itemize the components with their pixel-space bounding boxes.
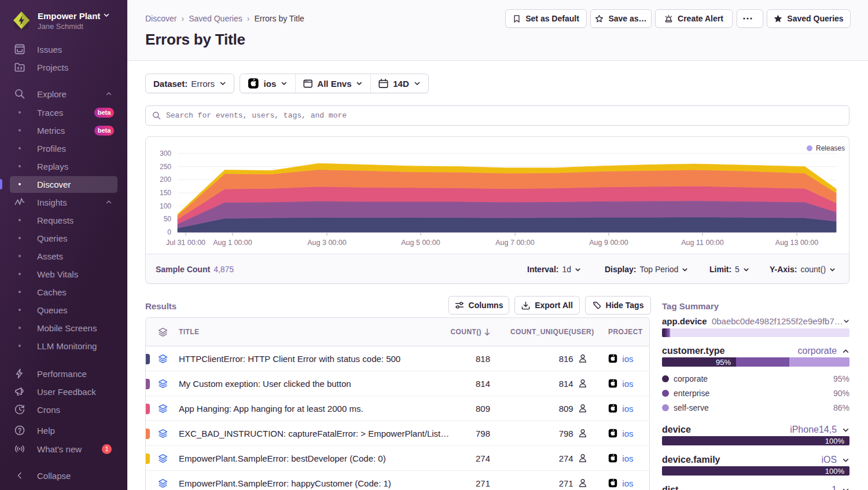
svg-text:Aug 3 00:00: Aug 3 00:00 (307, 239, 346, 247)
svg-text:250: 250 (160, 163, 171, 171)
svg-text:0: 0 (167, 228, 171, 236)
svg-text:Aug 9 00:00: Aug 9 00:00 (589, 239, 628, 247)
svg-text:50: 50 (164, 215, 172, 223)
svg-text:300: 300 (160, 149, 171, 158)
svg-text:Aug 7 00:00: Aug 7 00:00 (495, 239, 534, 247)
svg-text:100: 100 (160, 202, 171, 210)
svg-text:Aug 5 00:00: Aug 5 00:00 (401, 239, 440, 247)
svg-text:Aug 1 00:00: Aug 1 00:00 (213, 239, 252, 247)
svg-text:200: 200 (160, 175, 171, 184)
svg-text:Jul 31 00:00: Jul 31 00:00 (166, 239, 205, 247)
svg-text:150: 150 (160, 189, 171, 197)
